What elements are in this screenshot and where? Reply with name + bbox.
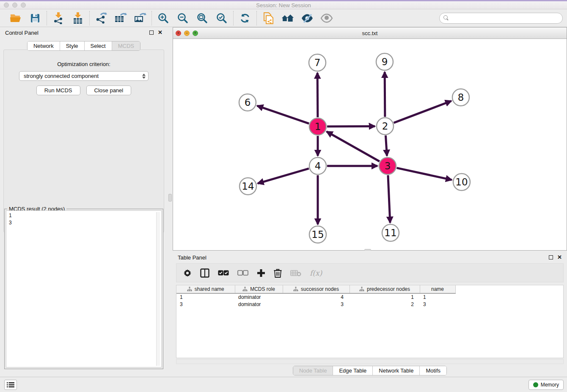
cell-shared-name[interactable]: 1	[176, 293, 235, 301]
edge-1-2[interactable]	[327, 126, 375, 127]
zoom-out-icon[interactable]	[176, 12, 189, 25]
delete-column-icon[interactable]	[274, 268, 282, 279]
network-window-titlebar[interactable]: × − + scc.txt	[173, 28, 567, 39]
run-mcds-button[interactable]: Run MCDS	[36, 86, 80, 95]
edge-3-11[interactable]	[388, 175, 390, 223]
export-table-icon[interactable]	[114, 12, 127, 25]
home-icon[interactable]	[281, 12, 294, 25]
cell-shared-name[interactable]: 3	[176, 301, 235, 308]
node-label-1: 1	[315, 121, 321, 132]
table-row[interactable]: 3 dominator 3 2 3	[176, 301, 455, 308]
column-header-shared-name[interactable]: shared name	[176, 285, 235, 293]
show-graphics-icon[interactable]	[320, 12, 333, 25]
node-label-14: 14	[242, 181, 254, 192]
tab-edge-table[interactable]: Edge Table	[333, 366, 373, 375]
tab-style[interactable]: Style	[60, 41, 85, 50]
control-panel: Control Panel ✕ Network Style Select MCD…	[0, 27, 168, 377]
memory-label: Memory	[541, 382, 559, 388]
edge-1-6[interactable]	[257, 106, 309, 124]
edge-2-9[interactable]	[385, 72, 385, 117]
cell-successor-nodes[interactable]: 3	[283, 301, 350, 308]
import-table-icon[interactable]	[72, 12, 84, 25]
copy-network-icon[interactable]	[262, 12, 275, 25]
deselect-all-columns-icon[interactable]	[237, 268, 248, 279]
list-icon	[7, 382, 14, 388]
edge-2-8[interactable]	[394, 101, 451, 123]
close-panel-button[interactable]: Close panel	[86, 86, 132, 95]
settings-gear-icon[interactable]	[183, 268, 192, 279]
control-panel-tab-bar: Network Style Select MCDS	[27, 41, 140, 51]
mcds-result-item[interactable]: 1	[9, 212, 159, 219]
node-label-2: 2	[382, 121, 388, 132]
close-panel-icon[interactable]: ✕	[158, 30, 162, 35]
cell-name[interactable]: 1	[420, 293, 455, 301]
cell-predecessor-nodes[interactable]: 2	[350, 301, 420, 308]
close-table-panel-icon[interactable]: ✕	[557, 255, 562, 259]
edge-3-10[interactable]	[396, 168, 451, 180]
optimization-criterion-value: strongly connected component	[24, 73, 99, 79]
export-image-icon[interactable]	[134, 12, 146, 25]
cell-mcds-role[interactable]: dominator	[235, 293, 283, 301]
zoom-in-icon[interactable]	[157, 12, 170, 25]
float-panel-icon[interactable]	[149, 30, 154, 35]
status-bar: Memory	[0, 377, 567, 392]
refresh-icon[interactable]	[239, 12, 251, 25]
add-column-icon[interactable]	[257, 268, 265, 279]
edge-3-1[interactable]	[327, 132, 380, 161]
application-window: Session: New Session	[0, 0, 567, 392]
search-field-container	[439, 13, 563, 24]
save-icon[interactable]	[29, 12, 41, 25]
node-label-3: 3	[385, 160, 391, 171]
column-header-mcds-role[interactable]: MCDS role	[235, 285, 283, 293]
mcds-panel-body: Optimization criterion: strongly connect…	[3, 50, 164, 232]
zoom-fit-icon[interactable]	[196, 12, 209, 25]
task-history-button[interactable]	[4, 380, 17, 390]
cell-successor-nodes[interactable]: 4	[283, 293, 350, 301]
cell-mcds-role[interactable]: dominator	[235, 301, 283, 308]
edge-2-3[interactable]	[385, 135, 387, 156]
edge-4-14[interactable]	[258, 168, 309, 183]
zoom-selected-icon[interactable]	[215, 12, 228, 25]
optimization-criterion-select[interactable]: strongly connected component	[19, 71, 149, 81]
memory-button[interactable]: Memory	[528, 380, 564, 390]
network-view-window: × − + scc.txt 7968124314101511	[173, 27, 567, 251]
tab-network-table[interactable]: Network Table	[373, 366, 420, 375]
node-label-9: 9	[382, 56, 388, 67]
float-table-panel-icon[interactable]	[549, 255, 553, 259]
table-row[interactable]: 1 dominator 4 1 1	[176, 293, 455, 301]
shared-column-icon	[359, 287, 364, 292]
column-header-name[interactable]: name	[420, 285, 455, 293]
column-header-predecessor-nodes[interactable]: predecessor nodes	[350, 285, 420, 293]
cell-name[interactable]: 3	[420, 301, 455, 308]
network-splitter-handle[interactable]	[364, 249, 371, 251]
table-header-row: shared name MCDS role successor nodes pr…	[176, 285, 455, 293]
select-all-columns-icon[interactable]	[218, 268, 229, 279]
tab-mcds[interactable]: MCDS	[112, 41, 140, 50]
mcds-result-list[interactable]: 1 3	[6, 210, 162, 367]
mcds-result-item[interactable]: 3	[9, 219, 159, 226]
cell-predecessor-nodes[interactable]: 1	[350, 293, 420, 301]
table-panel-title: Table Panel	[178, 254, 206, 261]
shared-column-icon	[242, 287, 248, 292]
table-horizontal-scrollbar[interactable]	[176, 359, 564, 364]
open-file-icon[interactable]	[9, 12, 22, 25]
export-network-icon[interactable]	[95, 12, 107, 25]
splitter-handle[interactable]	[168, 194, 172, 202]
tab-node-table[interactable]: Node Table	[293, 366, 333, 375]
panel-splitter[interactable]	[168, 27, 173, 377]
hide-annotations-icon[interactable]	[301, 12, 314, 25]
search-input[interactable]	[451, 15, 559, 21]
network-window-title: scc.txt	[173, 30, 567, 36]
delete-table-icon-disabled	[290, 268, 301, 279]
tab-select[interactable]: Select	[85, 41, 112, 50]
tab-motifs[interactable]: Motifs	[420, 366, 446, 375]
column-layout-icon[interactable]	[200, 268, 209, 279]
column-header-successor-nodes[interactable]: successor nodes	[283, 285, 350, 293]
network-canvas[interactable]: 7968124314101511	[173, 39, 567, 250]
result-scrollbar[interactable]	[156, 212, 160, 366]
import-network-icon[interactable]	[52, 12, 65, 25]
network-graph[interactable]: 7968124314101511	[173, 39, 567, 250]
edge-1-7[interactable]	[317, 73, 318, 117]
node-label-10: 10	[455, 177, 468, 188]
tab-network[interactable]: Network	[28, 41, 60, 50]
